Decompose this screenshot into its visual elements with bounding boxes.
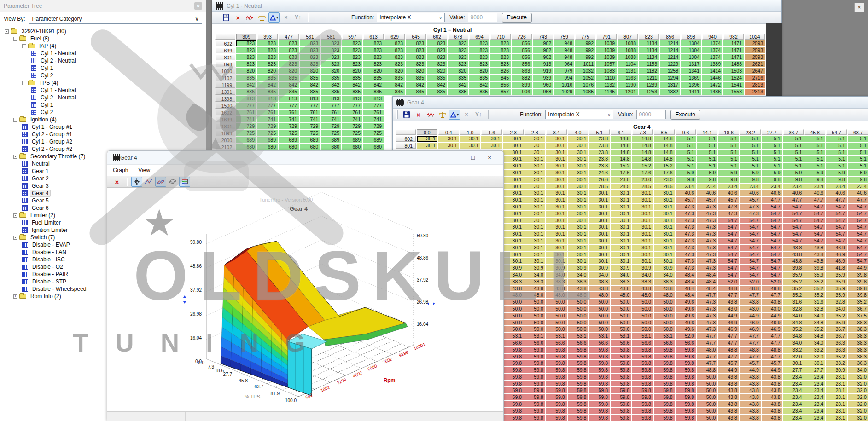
table-cell[interactable]: 59.8 [654, 347, 675, 353]
table-cell[interactable]: 2593 [745, 40, 765, 46]
table-cell[interactable]: 47.7 [718, 340, 739, 346]
table-cell[interactable]: 43.8 [740, 394, 761, 400]
table-cell[interactable]: 35.2 [826, 354, 847, 360]
table-cell[interactable]: 14.8 [654, 136, 675, 142]
table-cell[interactable]: 689 [279, 137, 299, 143]
row-header[interactable]: 1199 [215, 82, 235, 88]
table-cell[interactable]: 30.1 [524, 245, 545, 251]
table-cell[interactable]: 38.3 [568, 279, 588, 285]
table-cell[interactable]: 30.1 [503, 245, 524, 251]
table-cell[interactable]: 50.0 [697, 374, 717, 380]
table-cell[interactable]: 30.1 [546, 211, 567, 217]
table-cell[interactable]: 59.8 [568, 360, 588, 366]
table-cell[interactable]: 1471 [723, 47, 744, 53]
table-cell[interactable]: 5.1 [848, 143, 868, 149]
table-cell[interactable]: 813 [300, 96, 320, 102]
table-cell[interactable]: 43.8 [762, 401, 782, 407]
table-cell[interactable]: 34.0 [804, 313, 825, 319]
column-header[interactable]: 393 [257, 34, 278, 40]
table-cell[interactable]: 30.1 [438, 143, 459, 149]
table-cell[interactable]: 1182 [639, 68, 659, 74]
table-cell[interactable]: 39.8 [783, 265, 804, 271]
table-cell[interactable]: 59.8 [654, 408, 675, 414]
table-cell[interactable]: 960 [533, 82, 553, 88]
table-cell[interactable]: 59.8 [654, 374, 675, 380]
table-cell[interactable]: 39.8 [804, 265, 825, 271]
table-cell[interactable]: 1374 [702, 47, 722, 53]
table-cell[interactable]: 50.0 [589, 326, 610, 332]
table-cell[interactable]: 48.0 [632, 292, 653, 298]
table-cell[interactable]: 43.8 [524, 286, 545, 292]
table-cell[interactable]: 26.6 [589, 177, 610, 183]
table-cell[interactable]: 842 [448, 82, 468, 88]
table-cell[interactable]: 30.1 [654, 211, 675, 217]
table-cell[interactable]: 35.2 [804, 292, 825, 298]
table-cell[interactable]: 30.1 [654, 204, 675, 210]
table-cell[interactable]: 38.3 [524, 279, 545, 285]
table-cell[interactable]: 823 [279, 54, 299, 60]
table-cell[interactable]: 992 [575, 47, 595, 53]
table-cell[interactable]: 47.3 [676, 211, 696, 217]
table-cell[interactable]: 23.8 [589, 150, 610, 156]
table-cell[interactable]: 43.8 [654, 286, 675, 292]
table-cell[interactable]: 59.8 [524, 401, 545, 407]
table-cell[interactable]: 835 [257, 89, 278, 95]
table-cell[interactable]: 30.1 [546, 218, 567, 224]
table-cell[interactable]: 48.8 [718, 286, 739, 292]
table-cell[interactable]: 54.7 [718, 238, 739, 244]
table-cell[interactable]: 50.0 [568, 326, 588, 332]
table-cell[interactable]: 1229 [660, 61, 680, 67]
table-cell[interactable]: 23.8 [589, 136, 610, 142]
table-cell[interactable]: 5.1 [826, 136, 847, 142]
table-cell[interactable]: 30.1 [654, 218, 675, 224]
table-cell[interactable]: 50.0 [503, 326, 524, 332]
column-header[interactable]: 1024 [745, 34, 765, 40]
table-cell[interactable]: 5.1 [848, 136, 868, 142]
table-cell[interactable]: 28.5 [589, 184, 610, 190]
table-cell[interactable]: 30.1 [546, 156, 567, 162]
table-cell[interactable]: 32.0 [848, 415, 868, 421]
table-cell[interactable]: 43.8 [611, 286, 631, 292]
table-cell[interactable]: 30.1 [654, 238, 675, 244]
table-cell[interactable]: 43.8 [762, 374, 782, 380]
table-cell[interactable]: 47.3 [697, 258, 717, 264]
table-cell[interactable]: 43.8 [568, 286, 588, 292]
table-cell[interactable]: 863 [512, 68, 532, 74]
table-cell[interactable]: 48.4 [676, 286, 696, 292]
column-header[interactable]: 14.1 [697, 129, 717, 135]
table-cell[interactable]: 5.1 [762, 150, 782, 156]
table-cell[interactable]: 823 [384, 61, 405, 67]
close-button[interactable]: × [481, 154, 498, 161]
column-header[interactable]: 0.4 [438, 129, 459, 135]
table-cell[interactable]: 23.0 [611, 177, 631, 183]
table-cell[interactable]: 5.1 [783, 143, 804, 149]
table-cell[interactable]: 47.3 [676, 204, 696, 210]
table-cell[interactable]: 47.7 [697, 340, 717, 346]
table-cell[interactable]: 30.1 [546, 136, 567, 142]
table-cell[interactable]: 34.8 [783, 320, 804, 326]
table-cell[interactable]: 59.8 [546, 381, 567, 387]
table-cell[interactable]: 761 [257, 110, 278, 115]
table-cell[interactable]: 36.3 [826, 340, 847, 346]
table-cell[interactable]: 823 [236, 40, 256, 46]
table-cell[interactable]: 9.8 [676, 177, 696, 183]
table-cell[interactable]: 59.8 [611, 415, 631, 421]
collapse-icon[interactable]: - [13, 236, 17, 240]
table-cell[interactable]: 53.1 [632, 333, 653, 339]
table-cell[interactable]: 54.7 [718, 224, 739, 230]
table-cell[interactable]: 59.8 [589, 387, 610, 393]
table-cell[interactable]: 38.3 [611, 279, 631, 285]
table-cell[interactable]: 35.9 [826, 272, 847, 278]
table-cell[interactable]: 40.6 [848, 190, 868, 196]
table-cell[interactable]: 1541 [723, 82, 744, 88]
table-cell[interactable]: 31.6 [804, 299, 825, 305]
column-header[interactable]: 662 [427, 34, 447, 40]
table-cell[interactable]: 2813 [745, 82, 765, 88]
table-cell[interactable]: 30.1 [417, 136, 437, 142]
table-cell[interactable]: 5.1 [676, 143, 696, 149]
table-cell[interactable]: 823 [300, 47, 320, 53]
table-cell[interactable]: 823 [448, 61, 468, 67]
table-cell[interactable]: 777 [257, 103, 278, 109]
table-cell[interactable]: 59.8 [503, 381, 524, 387]
table-cell[interactable]: 56.6 [524, 340, 545, 346]
